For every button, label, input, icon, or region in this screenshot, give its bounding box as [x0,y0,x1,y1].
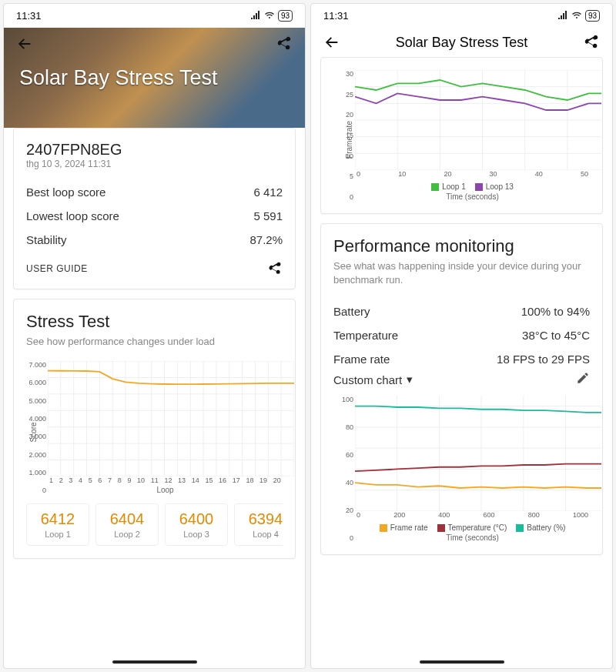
perf-battery: Battery 100% to 94% [333,299,590,323]
loop-tile[interactable]: 6412 Loop 1 [26,503,89,546]
chart-select-dropdown[interactable]: Custom chart ▾ [333,373,413,386]
perf-legend: Frame rate Temperature (°C) Battery (%) [355,523,590,532]
perf-temperature: Temperature 38°C to 45°C [333,323,590,347]
user-guide-link[interactable]: USER GUIDE [26,263,88,274]
header: Solar Bay Stress Test [311,28,612,57]
stress-sub: See how performance changes under load [26,335,283,349]
stat-stability: Stability 87.2% [26,228,283,252]
stress-chart: Score 7.0006.0005.0004.0003.0002.0001.00… [48,361,283,494]
loop-tiles[interactable]: 6412 Loop 1 6404 Loop 2 6400 Loop 3 6394… [26,503,283,546]
battery-icon: 93 [278,10,293,22]
perf-frame-rate: Frame rate 18 FPS to 29 FPS [333,347,590,371]
wifi-icon [264,10,275,22]
share-button[interactable] [583,34,600,51]
hero-banner: Solar Bay Stress Test [4,28,305,128]
back-button[interactable] [16,35,33,52]
page-title: Solar Bay Stress Test [19,66,218,90]
phone-left: 11:31 93 Solar Bay Stress Test 2407FPN8E… [3,3,306,669]
loop-tile[interactable]: 6404 Loop 2 [95,503,159,546]
status-right: 93 [250,10,293,22]
status-time: 11:31 [16,10,42,22]
signal-icon [250,10,261,22]
stat-lowest-loop: Lowest loop score 5 591 [26,204,283,228]
fps-legend: Loop 1 Loop 13 [355,182,590,191]
home-indicator[interactable] [420,660,504,664]
header-title: Solar Bay Stress Test [350,35,574,51]
share-button[interactable] [276,35,293,52]
edit-chart-button[interactable] [576,371,590,388]
fps-chart: Frame rate 302520151050 01020304050 Loop… [355,70,590,201]
run-timestamp: thg 10 3, 2024 11:31 [26,159,283,169]
home-indicator[interactable] [112,660,197,664]
battery-icon: 93 [585,10,600,22]
performance-card: Performance monitoring See what was happ… [320,223,603,555]
device-id: 2407FPN8EG [26,141,283,159]
stress-card: Stress Test See how performance changes … [13,299,296,559]
phone-right: 11:31 93 Solar Bay Stress Test Frame rat… [310,3,613,669]
fps-compare-card: Frame rate 302520151050 01020304050 Loop… [320,57,603,214]
perf-sub: See what was happening inside your devic… [333,259,590,287]
status-time: 11:31 [323,10,349,22]
status-bar: 11:31 93 [311,4,612,28]
stat-best-loop: Best loop score 6 412 [26,180,283,204]
stress-title: Stress Test [26,312,283,332]
wifi-icon [571,10,582,22]
chevron-down-icon: ▾ [407,373,413,386]
perf-title: Performance monitoring [333,236,590,256]
status-bar: 11:31 93 [4,4,305,28]
status-right: 93 [557,10,600,22]
share-result-button[interactable] [267,261,283,276]
back-button[interactable] [323,34,340,51]
loop-tile[interactable]: 6400 Loop 3 [165,503,228,546]
summary-card: 2407FPN8EG thg 10 3, 2024 11:31 Best loo… [13,128,296,289]
signal-icon [557,10,568,22]
loop-tile[interactable]: 6394 Loop 4 [234,503,283,546]
custom-chart: 100806040200 02004006008001000 Frame rat… [355,396,590,542]
